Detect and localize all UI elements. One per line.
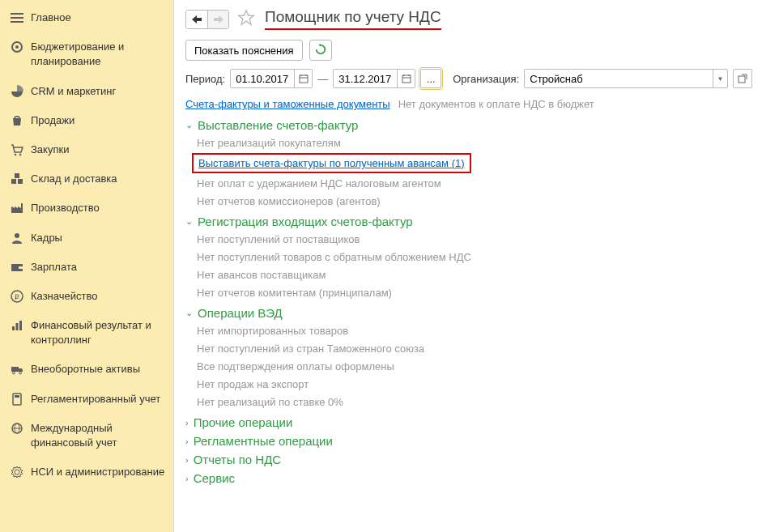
chevron-right-icon: › xyxy=(185,436,189,446)
sidebar-item-label: Международный финансовый учет xyxy=(31,421,165,450)
calendar-button-from[interactable] xyxy=(294,70,312,87)
favorite-icon[interactable] xyxy=(237,9,255,29)
issue-advance-invoices-link[interactable]: Выставить счета-фактуры по полученным ав… xyxy=(198,157,465,169)
period-picker-button[interactable]: ... xyxy=(420,69,441,88)
sidebar-item-label: Внеоборотные активы xyxy=(31,362,140,377)
section-line: Нет отчетов комиссионеров (агентов) xyxy=(197,192,768,210)
section-header[interactable]: › Регламентные операции xyxy=(185,434,768,448)
wallet-icon xyxy=(10,260,24,275)
forward-button[interactable] xyxy=(207,11,228,28)
invoices-documents-link[interactable]: Счета-фактуры и таможенные документы xyxy=(185,98,390,110)
sidebar-item-label: Финансовый результат и контроллинг xyxy=(31,318,165,347)
sidebar-item-sales[interactable]: Продажи xyxy=(0,106,173,135)
svg-rect-1 xyxy=(11,17,23,19)
chevron-right-icon: › xyxy=(185,455,189,465)
svg-rect-15 xyxy=(12,326,15,330)
factory-icon xyxy=(10,201,24,215)
page-title: Помощник по учету НДС xyxy=(265,8,441,30)
sidebar-item-label: Главное xyxy=(31,11,71,25)
section-title: Отчеты по НДС xyxy=(194,453,281,466)
svg-point-6 xyxy=(19,154,22,156)
sidebar-item-admin[interactable]: НСИ и администрирование xyxy=(0,458,173,487)
nav-buttons xyxy=(185,10,229,29)
sidebar-item-label: НСИ и администрирование xyxy=(31,465,164,479)
sidebar-item-warehouse[interactable]: Склад и доставка xyxy=(0,164,173,194)
topbar: Помощник по учету НДС xyxy=(174,0,779,35)
back-button[interactable] xyxy=(186,11,207,28)
org-open-button[interactable] xyxy=(733,69,752,88)
truck-icon xyxy=(10,362,24,377)
ruble-icon: ₽ xyxy=(10,289,24,304)
menu-icon xyxy=(10,11,24,25)
svg-rect-22 xyxy=(15,395,19,398)
sidebar: Главное Бюджетирование и планирование CR… xyxy=(0,0,174,532)
section-header[interactable]: ⌄ Регистрация входящих счетов-фактур xyxy=(185,215,768,228)
svg-point-10 xyxy=(15,233,19,238)
toolbar: Показать пояснения xyxy=(174,35,779,67)
sidebar-item-purchases[interactable]: Закупки xyxy=(0,135,173,164)
sidebar-item-label: Зарплата xyxy=(31,260,77,275)
section-body: Нет импортированных товаров Нет поступле… xyxy=(185,321,768,411)
cart-icon xyxy=(10,143,24,157)
section-header[interactable]: › Прочие операции xyxy=(185,415,768,429)
globe-icon xyxy=(10,421,24,436)
date-to-input[interactable] xyxy=(334,70,397,87)
section-issue-invoices: ⌄ Выставление счетов-фактур Нет реализац… xyxy=(185,118,768,210)
svg-rect-26 xyxy=(300,75,308,83)
sidebar-item-assets[interactable]: Внеоборотные активы xyxy=(0,355,173,384)
section-line: Нет импортированных товаров xyxy=(197,321,768,339)
svg-rect-16 xyxy=(16,323,19,330)
sidebar-item-treasury[interactable]: ₽ Казначейство xyxy=(0,282,173,311)
section-line: Нет отчетов комитентам (принципалам) xyxy=(197,283,768,301)
section-line: Нет авансов поставщикам xyxy=(197,266,768,283)
section-header[interactable]: ⌄ Операции ВЭД xyxy=(185,306,768,320)
boxes-icon xyxy=(10,172,24,186)
section-header[interactable]: › Отчеты по НДС xyxy=(185,453,768,466)
target-icon xyxy=(10,40,24,54)
sidebar-item-label: Казначейство xyxy=(31,289,97,304)
refresh-icon xyxy=(315,44,326,57)
section-service: › Сервис xyxy=(185,471,768,485)
section-line: Нет оплат с удержанием НДС налоговым аге… xyxy=(197,174,768,192)
section-title: Регистрация входящих счетов-фактур xyxy=(198,215,413,228)
refresh-button[interactable] xyxy=(309,40,332,61)
highlight-box: Выставить счета-фактуры по полученным ав… xyxy=(192,153,471,173)
barchart-icon xyxy=(10,318,24,333)
section-line: Нет продаж на экспорт xyxy=(197,375,768,393)
org-dropdown-button[interactable]: ▼ xyxy=(713,70,728,87)
chevron-down-icon: ⌄ xyxy=(185,120,193,130)
main-panel: Помощник по учету НДС Показать пояснения… xyxy=(174,0,779,532)
sidebar-item-budget[interactable]: Бюджетирование и планирование xyxy=(0,32,173,76)
section-header[interactable]: › Сервис xyxy=(185,471,768,485)
calendar-button-to[interactable] xyxy=(397,70,415,87)
sidebar-item-regulated[interactable]: Регламентированный учет xyxy=(0,385,173,414)
org-input[interactable] xyxy=(525,70,712,87)
no-documents-text: Нет документов к оплате НДС в бюджет xyxy=(398,98,594,110)
sidebar-item-label: Бюджетирование и планирование xyxy=(31,40,165,69)
sidebar-item-main[interactable]: Главное xyxy=(0,3,173,32)
filter-row: Период: — ... Организация: ▼ xyxy=(174,67,779,95)
date-from-input[interactable] xyxy=(231,70,294,87)
org-label: Организация: xyxy=(453,73,519,85)
sidebar-item-production[interactable]: Производство xyxy=(0,194,173,223)
section-line: Нет поступлений от поставщиков xyxy=(197,230,768,248)
section-line: Все подтверждения оплаты оформлены xyxy=(197,357,768,375)
section-line: Нет поступлений товаров с обратным облож… xyxy=(197,248,768,266)
sidebar-item-hr[interactable]: Кадры xyxy=(0,223,173,253)
calculator-icon xyxy=(10,392,24,406)
section-ved-operations: ⌄ Операции ВЭД Нет импортированных товар… xyxy=(185,306,768,411)
svg-rect-7 xyxy=(11,179,16,184)
sidebar-item-crm[interactable]: CRM и маркетинг xyxy=(0,77,173,106)
sidebar-item-ifrs[interactable]: Международный финансовый учет xyxy=(0,414,173,458)
svg-point-19 xyxy=(13,372,15,374)
top-links: Счета-фактуры и таможенные документы Нет… xyxy=(185,98,768,110)
sidebar-item-finresult[interactable]: Финансовый результат и контроллинг xyxy=(0,311,173,355)
chevron-right-icon: › xyxy=(185,418,189,428)
section-vat-reports: › Отчеты по НДС xyxy=(185,453,768,466)
dash-separator: — xyxy=(317,73,328,85)
svg-rect-2 xyxy=(11,21,23,23)
sidebar-item-salary[interactable]: Зарплата xyxy=(0,253,173,282)
section-title: Выставление счетов-фактур xyxy=(198,118,358,132)
show-hints-button[interactable]: Показать пояснения xyxy=(185,40,303,61)
section-header[interactable]: ⌄ Выставление счетов-фактур xyxy=(185,118,768,132)
